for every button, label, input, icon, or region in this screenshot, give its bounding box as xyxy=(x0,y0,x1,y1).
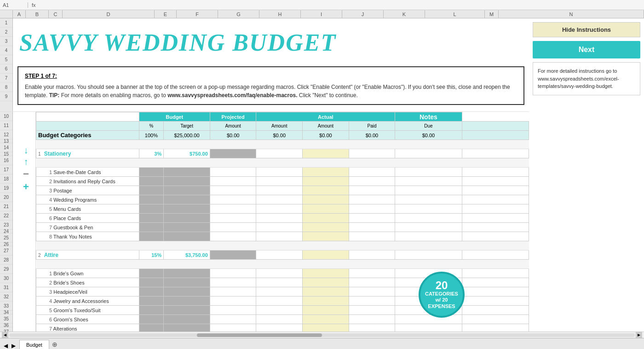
item-place-cards: 6 Place Cards xyxy=(36,214,529,223)
total-pct: 100% xyxy=(139,131,164,140)
budget-group-header: Budget xyxy=(139,112,210,122)
col-header-I: I xyxy=(301,10,342,18)
category-stationery: 1 Stationery 3% $750.00 xyxy=(36,149,529,158)
step-label: STEP 1 of 7: xyxy=(25,72,517,80)
col-header-G: G xyxy=(218,10,259,18)
horizontal-scrollbar[interactable]: ◀ ▶ xyxy=(0,332,644,338)
total-budget-amount: $0.00 xyxy=(210,131,256,140)
col-header-D: D xyxy=(63,10,155,18)
col-header-E: E xyxy=(155,10,177,18)
row-26: 26 xyxy=(0,243,12,246)
item-invitations-label: Invitations and Reply Cards xyxy=(53,179,115,184)
row-34: 34 xyxy=(0,311,12,314)
nav-minus-btn[interactable]: − xyxy=(23,168,29,180)
more-info-box: For more detailed instructions go to www… xyxy=(533,62,640,95)
page-title: SAVVY WEDDING BUDGET xyxy=(19,31,336,55)
actual-group-header: Actual xyxy=(256,112,395,122)
spacer-row-15 xyxy=(36,158,529,168)
row-32: 32 xyxy=(0,292,12,302)
scroll-right-arrow[interactable]: ▶ xyxy=(636,332,642,338)
budget-categories-label: Budget Categories xyxy=(36,131,139,140)
stationery-pct: 3% xyxy=(139,149,164,158)
row-18: 18 xyxy=(0,174,12,184)
item-invitations: 2 Invitations and Reply Cards xyxy=(36,177,529,186)
categories-badge: 20 CATEGORIES w/ 20 EXPENSES xyxy=(419,272,465,318)
category-attire: 2 Attire 15% $3,750.00 xyxy=(36,250,529,260)
total-due: $0.00 xyxy=(395,131,462,140)
row-36: 36 xyxy=(0,324,12,327)
attire-target: $3,750.00 xyxy=(164,250,210,260)
stationery-paid xyxy=(349,149,395,158)
row-7: 7 xyxy=(0,74,12,83)
item-menu-cards: 5 Menu Cards xyxy=(36,204,529,214)
total-notes xyxy=(462,131,529,140)
tab-scroll-right[interactable]: ▶ xyxy=(10,343,17,349)
instructions-text: Enable your macros. You should see a ban… xyxy=(25,83,517,99)
next-button[interactable]: Next xyxy=(533,41,640,58)
row-17: 17 xyxy=(0,165,12,174)
col-header-C: C xyxy=(49,10,63,18)
row-30: 30 xyxy=(0,274,12,283)
nav-up-arrow[interactable]: ↑ xyxy=(23,157,28,167)
col-sub-notes xyxy=(462,122,529,131)
row-15: 15 xyxy=(0,152,12,156)
row-25: 25 xyxy=(0,233,12,243)
row-9: 9 xyxy=(0,92,12,101)
row-23: 23 xyxy=(0,221,12,230)
row-6: 6 xyxy=(0,64,12,74)
scroll-thumb[interactable] xyxy=(197,333,322,337)
sheet-tabs-bar: ◀ ▶ Budget ⊕ xyxy=(0,338,644,349)
col-sub-budget-amount: Amount xyxy=(210,122,256,131)
tab-budget[interactable]: Budget xyxy=(19,340,49,349)
stationery-num: 1 xyxy=(38,151,41,157)
corner-cell xyxy=(0,10,13,18)
nav-plus-btn[interactable]: + xyxy=(23,181,29,193)
nav-down-arrow[interactable]: ↓ xyxy=(23,145,28,156)
col-sub-category xyxy=(36,122,139,131)
total-paid: $0.00 xyxy=(349,131,395,140)
col-sub-target: Target xyxy=(164,122,210,131)
row-13: 13 xyxy=(0,140,12,143)
item-grooms-shoes: 6 Groom's Shoes xyxy=(36,315,529,324)
col-sub-due: Due xyxy=(395,122,462,131)
col-header-K: K xyxy=(384,10,425,18)
col-header-B: B xyxy=(26,10,49,18)
add-sheet-button[interactable]: ⊕ xyxy=(49,340,60,349)
notes-header: Notes xyxy=(395,112,462,122)
item-save-date: 1 Save-the-Date Cards xyxy=(36,168,529,177)
scroll-track[interactable] xyxy=(9,333,635,337)
col-sub-act-amount: Amount xyxy=(303,122,349,131)
stationery-proj xyxy=(256,149,303,158)
row-11: 11 xyxy=(0,121,12,130)
row-22: 22 xyxy=(0,211,12,221)
row-21: 21 xyxy=(0,202,12,211)
row-2: 2 xyxy=(0,28,12,37)
row-35: 35 xyxy=(0,314,12,324)
row-4: 4 xyxy=(0,46,12,55)
col-header-J: J xyxy=(342,10,384,18)
row-24: 24 xyxy=(0,230,12,233)
projected-group-header: Projected xyxy=(210,112,256,122)
scroll-left-arrow[interactable]: ◀ xyxy=(2,332,8,338)
row-1: 1 xyxy=(0,18,12,28)
item-alterations: 7 Alterations xyxy=(36,324,529,332)
side-panel: Hide Instructions Next For more detailed… xyxy=(529,18,644,332)
row-19: 19 xyxy=(0,184,12,193)
total-target: $25,000.00 xyxy=(164,131,210,140)
row-28: 28 xyxy=(0,256,12,265)
hide-instructions-button[interactable]: Hide Instructions xyxy=(533,22,640,37)
col-sub-pct: % xyxy=(139,122,164,131)
row-37: 37 xyxy=(0,327,12,332)
stationery-act xyxy=(303,149,349,158)
stationery-target: $750.00 xyxy=(164,149,210,158)
col-header-M: M xyxy=(485,10,499,18)
col-header-A: A xyxy=(13,10,26,18)
tab-scroll-left[interactable]: ◀ xyxy=(2,343,10,349)
attire-pct: 15% xyxy=(139,250,164,260)
stationery-budget-amount xyxy=(210,149,256,158)
header-row-sub: % Target Amount Amount Amount Paid Due xyxy=(36,122,529,131)
col-header-H: H xyxy=(259,10,301,18)
row-12: 12 xyxy=(0,130,12,140)
total-proj-amount: $0.00 xyxy=(256,131,303,140)
row-31: 31 xyxy=(0,283,12,292)
